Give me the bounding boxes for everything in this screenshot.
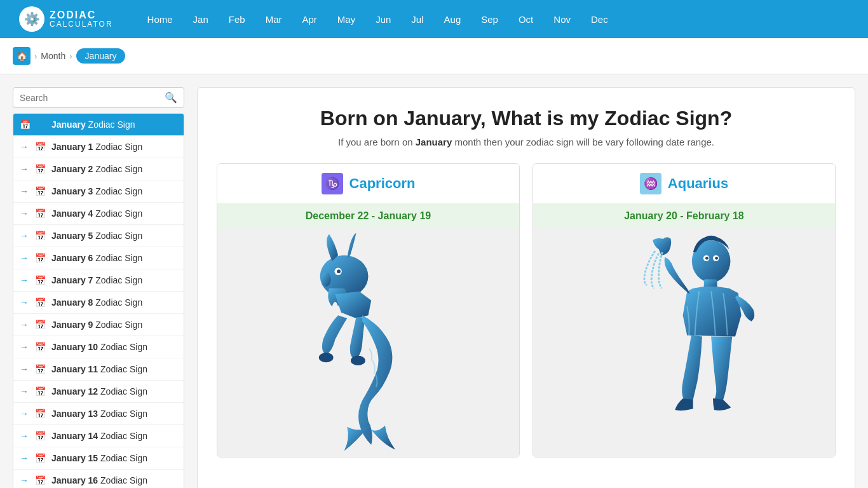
sidebar-item-january-4[interactable]: → 📅 January 4 Zodiac Sign [13, 203, 184, 225]
sidebar-item-label: January 12 Zodiac Sign [51, 386, 147, 396]
arrow-icon: → [20, 142, 30, 152]
svg-point-5 [322, 272, 331, 287]
nav-item-feb[interactable]: Feb [220, 9, 254, 30]
sidebar-item-label: January 11 Zodiac Sign [51, 364, 147, 374]
nav-item-oct[interactable]: Oct [510, 9, 542, 30]
arrow-icon: → [20, 475, 30, 485]
arrow-icon: → [20, 453, 30, 463]
calendar-icon: 📅 [35, 475, 46, 485]
breadcrumb: 🏠 › Month › January [0, 38, 868, 74]
search-input[interactable] [20, 93, 165, 103]
logo-title-bottom: Calculator [50, 20, 113, 29]
sidebar-item-january-2[interactable]: → 📅 January 2 Zodiac Sign [13, 158, 184, 180]
arrow-icon: → [20, 275, 30, 285]
sidebar-item-january-8[interactable]: → 📅 January 8 Zodiac Sign [13, 292, 184, 314]
capricorn-illustration [217, 228, 519, 457]
sidebar-item-label: January 4 Zodiac Sign [51, 208, 142, 219]
calendar-icon: 📅 [35, 320, 46, 330]
logo-icon: ⚙️ [19, 6, 44, 32]
capricorn-card: ♑ Capricorn December 22 - January 19 [217, 163, 520, 458]
nav-item-nov[interactable]: Nov [545, 9, 580, 30]
search-box[interactable]: 🔍 [13, 87, 184, 108]
capricorn-name: Capricorn [349, 175, 416, 192]
sidebar-item-label: January 7 Zodiac Sign [51, 275, 142, 285]
breadcrumb-separator: › [34, 51, 37, 61]
calendar-icon: 📅 [35, 231, 46, 241]
nav-item-jul[interactable]: Jul [402, 9, 432, 30]
subtitle-post: month then your zodiac sign will be vary… [452, 137, 714, 147]
sidebar-item-label: January 15 Zodiac Sign [51, 453, 147, 463]
capricorn-symbol: ♑ [322, 173, 343, 194]
aquarius-illustration [533, 228, 835, 457]
sidebar-item-label: January 10 Zodiac Sign [51, 342, 147, 352]
main-nav: HomeJanFebMarAprMayJunJulAugSepOctNovDec [139, 9, 617, 30]
sidebar-item-label: January 3 Zodiac Sign [51, 186, 142, 196]
sidebar-item-january-15[interactable]: → 📅 January 15 Zodiac Sign [13, 447, 184, 470]
sidebar-item-january-12[interactable]: → 📅 January 12 Zodiac Sign [13, 381, 184, 403]
calendar-icon: 📅 [35, 453, 46, 463]
calendar-icon: 📅 [35, 297, 46, 308]
calendar-icon: 📅 [35, 142, 46, 152]
sidebar-item-label: January 16 Zodiac Sign [51, 475, 147, 485]
sidebar-item-january-1[interactable]: → 📅 January 1 Zodiac Sign [13, 136, 184, 158]
sidebar-list: 📅 January Zodiac Sign → 📅 January 1 Zodi… [13, 113, 184, 488]
capricorn-header: ♑ Capricorn [217, 164, 519, 204]
nav-item-dec[interactable]: Dec [582, 9, 617, 30]
capricorn-image [217, 228, 519, 457]
sidebar-item-january-6[interactable]: → 📅 January 6 Zodiac Sign [13, 247, 184, 269]
svg-point-11 [715, 257, 718, 260]
arrow-icon: → [20, 231, 30, 241]
search-icon[interactable]: 🔍 [165, 92, 177, 104]
nav-item-sep[interactable]: Sep [472, 9, 507, 30]
nav-item-jun[interactable]: Jun [367, 9, 400, 30]
calendar-icon: 📅 [35, 186, 46, 196]
calendar-icon: 📅 [35, 386, 46, 396]
active-item-label: January Zodiac Sign [51, 119, 135, 130]
sidebar-item-label: January 14 Zodiac Sign [51, 431, 147, 441]
svg-point-1 [319, 353, 334, 362]
svg-point-4 [337, 269, 341, 273]
breadcrumb-separator2: › [69, 51, 72, 61]
page-title: Born on January, What is my Zodiac Sign? [217, 107, 836, 130]
arrow-icon: → [20, 297, 30, 308]
breadcrumb-month[interactable]: Month [41, 51, 65, 61]
sidebar-item-label: January 8 Zodiac Sign [51, 297, 142, 308]
logo-title-top: Zodiac [50, 10, 113, 21]
nav-item-home[interactable]: Home [139, 9, 182, 30]
sidebar-item-january-11[interactable]: → 📅 January 11 Zodiac Sign [13, 358, 184, 381]
arrow-icon: 📅 [20, 119, 30, 130]
arrow-icon: → [20, 386, 30, 396]
sidebar-item-january-16[interactable]: → 📅 January 16 Zodiac Sign [13, 470, 184, 488]
sidebar-item-label: January 2 Zodiac Sign [51, 164, 142, 174]
arrow-icon: → [20, 164, 30, 174]
sidebar-item-january[interactable]: 📅 January Zodiac Sign [13, 114, 184, 136]
calendar-icon: 📅 [35, 208, 46, 219]
sidebar-item-label: January 6 Zodiac Sign [51, 253, 142, 263]
nav-item-aug[interactable]: Aug [435, 9, 470, 30]
sidebar-item-january-5[interactable]: → 📅 January 5 Zodiac Sign [13, 225, 184, 247]
sidebar-item-january-10[interactable]: → 📅 January 10 Zodiac Sign [13, 336, 184, 358]
sidebar-item-january-7[interactable]: → 📅 January 7 Zodiac Sign [13, 269, 184, 292]
logo[interactable]: ⚙️ Zodiac Calculator [19, 6, 113, 32]
nav-item-jan[interactable]: Jan [184, 9, 217, 30]
nav-item-may[interactable]: May [329, 9, 364, 30]
calendar-icon: 📅 [35, 342, 46, 352]
aquarius-card: ♒ Aquarius January 20 - February 18 [532, 163, 836, 458]
svg-point-9 [705, 257, 709, 260]
sidebar-item-january-9[interactable]: → 📅 January 9 Zodiac Sign [13, 314, 184, 336]
subtitle-bold: January [416, 137, 452, 147]
sidebar-item-january-14[interactable]: → 📅 January 14 Zodiac Sign [13, 425, 184, 447]
sidebar-item-january-3[interactable]: → 📅 January 3 Zodiac Sign [13, 180, 184, 203]
sidebar-item-january-13[interactable]: → 📅 January 13 Zodiac Sign [13, 403, 184, 425]
breadcrumb-home-icon[interactable]: 🏠 [13, 47, 31, 65]
subtitle-pre: If you are born on [338, 137, 416, 147]
arrow-icon: → [20, 364, 30, 374]
nav-item-apr[interactable]: Apr [293, 9, 325, 30]
arrow-icon: → [20, 253, 30, 263]
arrow-icon: → [20, 431, 30, 441]
capricorn-date-range: December 22 - January 19 [217, 204, 519, 228]
aquarius-header: ♒ Aquarius [533, 164, 835, 204]
breadcrumb-current[interactable]: January [76, 48, 126, 64]
nav-item-mar[interactable]: Mar [257, 9, 291, 30]
arrow-icon: → [20, 342, 30, 352]
